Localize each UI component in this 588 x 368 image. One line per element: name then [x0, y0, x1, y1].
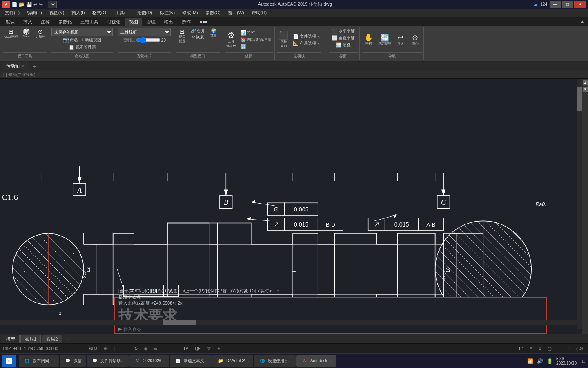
menu-window[interactable]: 窗口(W) [225, 9, 247, 17]
viewcube-btn[interactable]: 🎲 Cube [20, 28, 33, 40]
model-space-btn[interactable]: 模型 [87, 346, 99, 352]
main-canvas[interactable]: A B C [0, 79, 588, 334]
layout-tab-2[interactable]: 布局2 [42, 335, 62, 343]
viewport-config-btn[interactable]: ⊟ 视口配置 [176, 28, 189, 44]
qat-redo[interactable]: ↪ [39, 2, 43, 7]
vertical-scrollbar[interactable] [577, 79, 582, 329]
taskbar-ie[interactable]: 🌐 发布阅问 -... [19, 355, 59, 367]
menu-file[interactable]: 文件(F) [2, 9, 23, 17]
ucs-icon-btn[interactable]: ⊞ UCS图标 [3, 28, 19, 40]
gizmo-btn[interactable]: ⊕ [216, 346, 222, 351]
ortho-btn[interactable]: ⊥ [122, 346, 129, 351]
navwheel-btn[interactable]: ⊙ 导航栏 [34, 28, 47, 40]
dynin-btn[interactable]: ± [162, 346, 168, 351]
menu-draw[interactable]: 绘图(D) [134, 9, 156, 17]
qat-open[interactable]: 📂 [19, 2, 25, 7]
back-btn[interactable]: ↩ 后退 [394, 33, 407, 47]
workspace-switch-btn[interactable]: ⚙ [537, 346, 543, 351]
hscroll-thumb[interactable] [163, 320, 196, 325]
taskbar-wechat[interactable]: 💬 微信 [60, 355, 86, 367]
menu-tools[interactable]: 工具(T) [112, 9, 133, 17]
workspace-dropdown[interactable] [48, 1, 57, 8]
world-btn[interactable]: 🌍 世界 [207, 28, 220, 44]
layout-tab-btn[interactable]: 📐布局选项卡 [292, 40, 321, 47]
tab-annotate[interactable]: 注释 [37, 18, 54, 26]
menu-modify[interactable]: 修改(M) [179, 9, 201, 17]
layout-tab-model[interactable]: 模型 [2, 335, 20, 343]
tp-btn[interactable]: TP [181, 346, 190, 351]
htile-btn[interactable]: ⬛水平平铺 [330, 28, 356, 34]
layout-tab-1[interactable]: 布局1 [20, 335, 41, 343]
switch-window-btn[interactable]: ⬛ 切换窗口 [277, 30, 290, 49]
taskbar-autocad[interactable]: A Autodesk ... [296, 355, 336, 367]
qp-btn[interactable]: QP [193, 346, 202, 351]
tab-view[interactable]: 视图 [125, 18, 142, 26]
annotation-scale-btn[interactable]: 1:1 [517, 346, 526, 351]
new-view-btn[interactable]: 📷命名 [62, 37, 79, 43]
vscroll-thumb[interactable] [577, 87, 582, 111]
view-manager-btn[interactable]: 📋视图管理器 [67, 44, 97, 51]
doc-tab-close[interactable]: ✕ [21, 64, 24, 68]
maximize-button[interactable]: □ [562, 1, 573, 8]
properties-btn[interactable]: 📊特性 [239, 29, 273, 36]
otrack-btn[interactable]: ∞ [153, 346, 159, 351]
minimize-button[interactable]: — [550, 1, 561, 8]
vtile-btn[interactable]: ⬜垂直平铺 [330, 35, 356, 41]
layout-tab-add-btn[interactable]: + [63, 335, 71, 343]
taskbar-textfile[interactable]: 📄 新建文本文... [170, 355, 212, 367]
tab-collab[interactable]: 协作 [178, 18, 195, 26]
menu-insert[interactable]: 插入(I) [68, 9, 88, 17]
new-view-btn2[interactable]: +新建视图 [80, 37, 102, 43]
tab-output[interactable]: 输出 [160, 18, 177, 26]
qat-new[interactable]: 📄 [11, 2, 18, 7]
tab-manage[interactable]: 管理 [143, 18, 160, 26]
decimal-btn[interactable]: 小数 [574, 346, 586, 352]
clean-screen-btn[interactable]: ⛶ [564, 346, 572, 351]
taskbar-browser[interactable]: 🌐 欢迎使用百... [254, 355, 296, 367]
cascade-btn[interactable]: 🪟层叠 [334, 42, 352, 48]
nav-up-btn[interactable]: ▲ [583, 80, 588, 85]
isolate-btn[interactable]: ◯ [546, 346, 554, 351]
tool-palette-btn[interactable]: ⚙ 工具选项板 [225, 30, 238, 49]
menu-param[interactable]: 参数(C) [202, 9, 224, 17]
command-input[interactable] [123, 327, 543, 332]
tab-insert[interactable]: 插入 [19, 18, 36, 26]
annotation-vis-btn[interactable]: A [528, 346, 534, 351]
nav-down-btn[interactable]: ▼ [583, 87, 588, 92]
qat-save[interactable]: 💾 [26, 2, 32, 7]
polar-btn[interactable]: ↻ [133, 346, 139, 351]
taskbar-wechat-transfer[interactable]: 💬 文件传输助... [87, 355, 128, 367]
menu-view[interactable]: 视图(V) [46, 9, 68, 17]
tab-visualize[interactable]: 可视化 [103, 18, 125, 26]
visual-style-dropdown[interactable]: 二维线框 [118, 28, 171, 36]
show-desktop-btn[interactable]: □ [579, 357, 586, 365]
tab-default[interactable]: 默认 [2, 18, 19, 26]
menu-help[interactable]: 帮助(H) [248, 9, 270, 17]
horizontal-scrollbar[interactable] [0, 320, 577, 325]
center-btn[interactable]: ⊙ 圆心 [409, 33, 422, 47]
cloud-sync-icon[interactable]: ☁ [533, 2, 538, 7]
tab-more[interactable]: ●●● [195, 18, 211, 26]
ribbon-collapse-btn[interactable]: ▲ [580, 19, 585, 25]
tab-3dtools[interactable]: 三维工具 [76, 18, 102, 26]
grid-btn[interactable]: 册 [102, 346, 109, 352]
snap-btn[interactable]: ||| [113, 346, 119, 351]
qat-undo[interactable]: ↩ [33, 2, 38, 7]
merge-btn[interactable]: 🔗 合并 ↩ 恢复 [189, 28, 206, 44]
taskbar-visio[interactable]: V 20201026... [129, 355, 169, 367]
menu-format[interactable]: 格式(O) [89, 9, 111, 17]
linewidth-btn[interactable]: — [171, 346, 178, 351]
orbit-btn[interactable]: 🔄 动态观察 [377, 33, 392, 47]
close-button[interactable]: ✕ [574, 1, 586, 8]
transparency-slider[interactable] [136, 37, 160, 43]
doc-tab-active[interactable]: 传动轴 ✕ [2, 62, 29, 70]
view-dropdown[interactable]: 未保存的视图 [51, 28, 113, 36]
sel-filter-btn[interactable]: ▽ [206, 346, 212, 351]
menu-edit[interactable]: 编辑(E) [24, 9, 45, 17]
taskbar-folder[interactable]: 📁 D:\AutoCA... [212, 355, 253, 367]
pan-btn[interactable]: ✋ 平移 [362, 33, 375, 47]
menu-dimension[interactable]: 标注(N) [156, 9, 178, 17]
file-tab-btn[interactable]: 📄文件选项卡 [292, 33, 321, 40]
new-doc-btn[interactable]: + [30, 62, 40, 70]
paperset-btn[interactable]: 📚图纸集管理器 [239, 36, 273, 43]
